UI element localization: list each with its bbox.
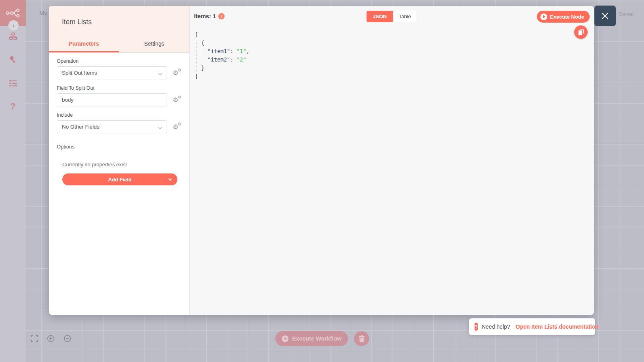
zoom-out-icon[interactable] (63, 335, 71, 344)
close-button[interactable] (594, 6, 616, 26)
field-to-split-out-options-gear-icon[interactable] (173, 96, 181, 104)
add-field-button[interactable]: Add Field (62, 173, 177, 185)
field-to-split-out-input[interactable] (62, 97, 162, 103)
close-icon (601, 12, 609, 20)
sidebar-collapse-chevron-icon[interactable]: › (8, 20, 19, 31)
operation-options-gear-icon[interactable] (173, 69, 181, 77)
include-value: No Other Fields (62, 124, 100, 130)
node-tabs: Parameters Settings (49, 40, 189, 52)
help-banner: ? Need help? Open Item Lists documentati… (469, 318, 595, 335)
node-title: Item Lists (62, 18, 92, 26)
chevron-down-icon (158, 125, 162, 129)
indent-guide (196, 40, 197, 73)
zoom-in-icon[interactable] (47, 335, 55, 344)
include-options-gear-icon[interactable] (173, 123, 181, 131)
execute-node-label: Execute Node (550, 14, 584, 20)
delete-workflow-button[interactable] (354, 331, 369, 346)
zoom-to-fit-icon[interactable] (31, 335, 38, 344)
items-count-label: Items: 1 (194, 13, 216, 19)
help-icon[interactable]: ? (9, 102, 17, 111)
execute-node-button[interactable]: Execute Node (537, 11, 590, 23)
options-section-label: Options (57, 144, 181, 153)
executions-icon[interactable] (9, 79, 17, 87)
workflow-title: My (39, 10, 47, 16)
node-header: Item Lists Parameters Settings (49, 6, 189, 53)
help-question-icon: ? (475, 323, 478, 331)
field-to-split-out-input-wrap (57, 93, 167, 106)
n8n-logo-icon (6, 8, 21, 18)
copy-icon (578, 29, 584, 36)
chevron-down-icon (168, 177, 172, 181)
field-to-split-out-label: Field To Split Out (57, 85, 181, 91)
view-mode-json[interactable]: JSON (366, 11, 393, 22)
include-select[interactable]: No Other Fields (57, 120, 167, 133)
json-code[interactable]: [{"item1": "1","item2": "2"}] (195, 31, 570, 81)
open-documentation-link[interactable]: Open Item Lists documentation (516, 323, 599, 330)
workflows-icon[interactable] (9, 32, 17, 40)
copy-to-clipboard-button[interactable] (574, 25, 588, 39)
tab-settings[interactable]: Settings (119, 40, 189, 52)
add-field-label: Add Field (108, 177, 131, 183)
view-mode-toggle: JSON Table (366, 11, 417, 22)
credentials-icon[interactable] (9, 55, 17, 64)
tab-parameters[interactable]: Parameters (49, 40, 119, 52)
play-icon (540, 13, 547, 20)
app-sidebar: › ? (0, 0, 26, 362)
options-empty-text: Currently no properties exist (62, 162, 181, 168)
indent-guide (203, 48, 203, 65)
operation-select[interactable]: Split Out Items (57, 66, 167, 79)
play-icon (282, 335, 288, 342)
help-text: Need help? (482, 323, 510, 330)
saved-status: Saved (619, 11, 634, 17)
output-data-panel: Items: 1 i JSON Table Execute Node [{"it… (190, 6, 594, 315)
operation-value: Split Out Items (62, 70, 97, 76)
execute-workflow-button[interactable]: Execute Workflow (275, 331, 348, 346)
chevron-down-icon (158, 71, 162, 75)
execute-workflow-label: Execute Workflow (292, 335, 342, 342)
node-details-modal: Item Lists Parameters Settings Operation… (49, 6, 594, 315)
operation-label: Operation (57, 58, 181, 64)
view-mode-table[interactable]: Table (393, 11, 417, 22)
trash-icon (358, 335, 365, 342)
include-label: Include (57, 112, 181, 118)
node-settings-panel: Item Lists Parameters Settings Operation… (49, 6, 190, 315)
info-icon[interactable]: i (218, 13, 225, 19)
